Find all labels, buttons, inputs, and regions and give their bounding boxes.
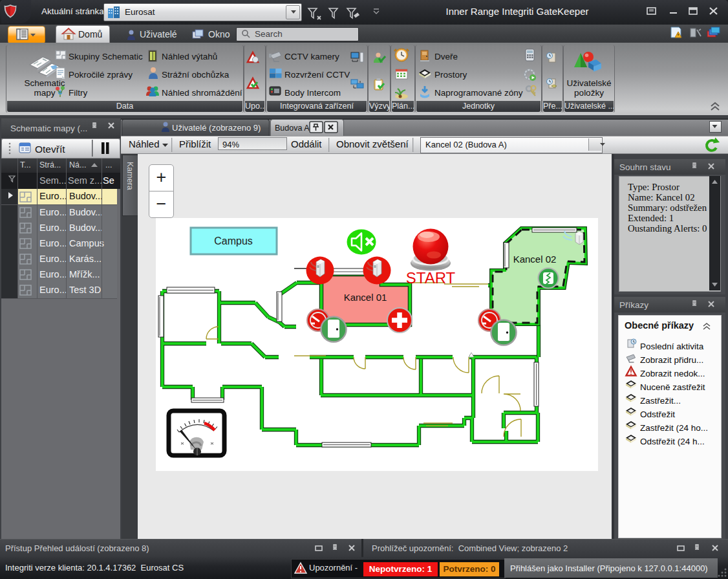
svg-text:Kancel 01: Kancel 01 [344,292,387,303]
svg-text:START: START [406,269,456,287]
svg-text:Otevřít: Otevřít [35,144,65,155]
svg-text:Campus: Campus [214,235,253,246]
svg-text:Kancel 02: Kancel 02 [513,254,557,265]
